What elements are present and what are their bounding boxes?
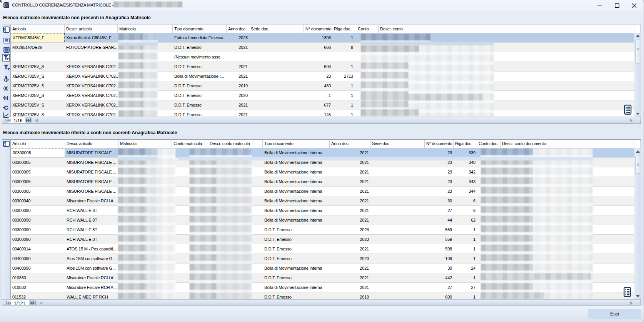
- svg-text:H: H: [4, 95, 8, 101]
- svg-text:C: C: [4, 104, 8, 111]
- svg-text:X: X: [4, 85, 8, 92]
